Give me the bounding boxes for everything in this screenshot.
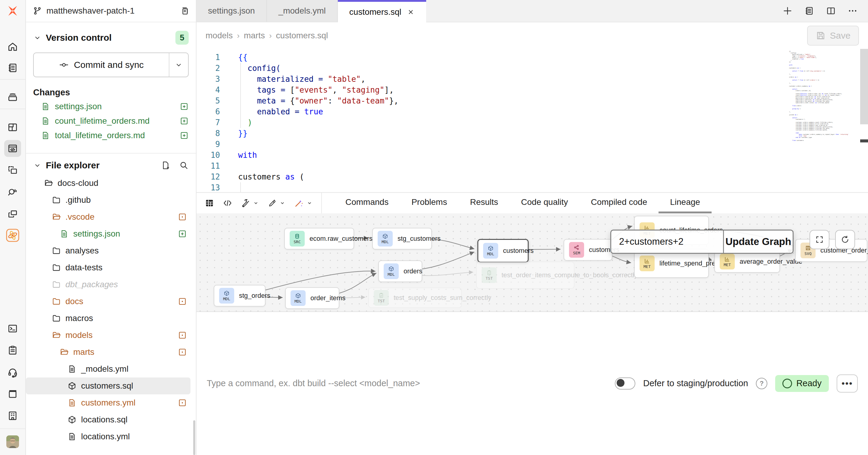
code-line-3: materialized = "table", (238, 74, 868, 84)
rail-home-icon[interactable] (4, 38, 21, 55)
branch-name[interactable]: matthewshaver-patch-1 (46, 6, 176, 16)
code-editor[interactable]: 123456789101112131415161718192021222324 … (196, 49, 868, 192)
version-control-header[interactable]: Version control 5 (26, 31, 196, 45)
rail-canvas-icon[interactable] (4, 162, 21, 179)
tab-settings.json[interactable]: settings.json (196, 0, 267, 22)
rail-insights-icon[interactable] (4, 184, 21, 201)
search-icon[interactable] (179, 161, 189, 170)
lineage-node-met-average_order_value[interactable]: METaverage_order_value (714, 250, 780, 273)
tree-item-macros[interactable]: macros (26, 310, 190, 327)
new-tab-icon[interactable] (782, 6, 793, 16)
new-file-icon[interactable] (161, 161, 170, 170)
tree-item-models[interactable]: models (26, 327, 190, 344)
lineage-node-svq-customer_order_metrics[interactable]: SVQcustomer_order_metrics (795, 239, 867, 262)
rail-building-icon[interactable] (4, 407, 21, 424)
sidebar-scrollbar[interactable] (193, 420, 195, 455)
tab-_models.yml[interactable]: _models.yml (267, 0, 338, 22)
panel-tab-problems[interactable]: Problems (400, 193, 458, 213)
defer-toggle[interactable] (615, 377, 635, 390)
tree-item-docs-cloud[interactable]: docs-cloud (26, 175, 190, 192)
rail-avatar[interactable] (4, 433, 21, 450)
lineage-node-mdl-customers[interactable]: MDLcustomers (477, 239, 529, 262)
save-button[interactable]: Save (807, 26, 859, 46)
panel-tab-code-quality[interactable]: Code quality (510, 193, 580, 213)
stage-add-icon[interactable] (180, 131, 189, 140)
rail-code-editor-icon[interactable] (4, 140, 21, 157)
editor-scrollbar[interactable] (860, 49, 868, 192)
lineage-node-mdl-stg_orders[interactable]: MDLstg_orders (214, 285, 266, 307)
rail-dbt-logo[interactable] (4, 2, 21, 19)
tree-item-data-tests[interactable]: data-tests (26, 259, 190, 276)
rail-notebook-icon[interactable] (4, 59, 21, 76)
tree-item-settings.json[interactable]: settings.json (26, 225, 190, 242)
split-editor-icon[interactable] (826, 6, 836, 16)
lineage-selector-input[interactable]: 2+customers+2 (611, 230, 724, 253)
rail-atom-icon[interactable] (4, 227, 21, 244)
code-line-8: }} (238, 128, 868, 139)
rail-windows-icon[interactable] (4, 206, 21, 223)
more-options-icon[interactable] (847, 6, 858, 16)
build-tools-menu[interactable] (241, 198, 260, 208)
lineage-canvas[interactable]: SRCecom.raw_customersMDLstg_customersMDL… (196, 213, 868, 312)
tree-item-.vscode[interactable]: .vscode (26, 208, 190, 225)
lineage-refresh-button[interactable] (835, 230, 855, 249)
lineage-fullscreen-button[interactable] (809, 230, 830, 249)
tree-item-locations.yml[interactable]: locations.yml (26, 428, 190, 445)
folder-icon (52, 297, 61, 306)
changed-file-settings.json[interactable]: settings.json (33, 99, 189, 114)
tree-item-analyses[interactable]: analyses (26, 242, 190, 259)
results-table-icon[interactable] (204, 198, 215, 208)
rail-book-icon[interactable] (4, 386, 21, 402)
tree-item-customers.yml[interactable]: customers.yml (26, 394, 190, 411)
lineage-node-tst-test_order_items_compute_to_bools_correctly[interactable]: TSTtest_order_items_compute_to_bools_cor… (476, 262, 575, 289)
ai-assist-menu[interactable] (294, 198, 313, 208)
tab-customers.sql[interactable]: customers.sql (338, 0, 426, 22)
panel-tab-results[interactable]: Results (458, 193, 509, 213)
commit-and-sync-button[interactable]: Commit and sync (34, 53, 169, 77)
code-area[interactable]: {{ config( materialized = "table", tags … (230, 49, 868, 192)
update-graph-button[interactable]: Update Graph (724, 230, 793, 253)
panel-tab-lineage[interactable]: Lineage (658, 193, 712, 213)
tree-item-dbt_packages[interactable]: dbt_packages (26, 276, 190, 293)
tree-item-customers.sql[interactable]: customers.sql (26, 377, 190, 394)
breadcrumb-marts[interactable]: marts (244, 31, 265, 40)
notebook-icon[interactable] (804, 6, 814, 16)
stage-add-icon[interactable] (180, 116, 189, 125)
format-menu[interactable] (268, 199, 286, 207)
breadcrumb-models[interactable]: models (206, 31, 233, 40)
rail-clipboard-icon[interactable] (4, 342, 21, 359)
rail-dashboard-icon[interactable] (4, 119, 21, 136)
lineage-node-src-ecom.raw_customers[interactable]: SRCecom.raw_customers (284, 228, 354, 250)
help-icon[interactable]: ? (756, 378, 767, 389)
panel-tab-commands[interactable]: Commands (334, 193, 400, 213)
lineage-node-mdl-orders[interactable]: MDLorders (378, 260, 422, 282)
file-explorer-header[interactable]: File explorer (26, 160, 196, 170)
version-control-title: Version control (46, 33, 171, 43)
panel-tab-compiled-code[interactable]: Compiled code (579, 193, 658, 213)
tree-item-docs[interactable]: docs (26, 293, 190, 310)
close-icon[interactable] (407, 8, 415, 16)
rail-terminal-icon[interactable] (4, 320, 21, 337)
changed-file-total_lifetime_orders.md[interactable]: total_lifetime_orders.md (33, 128, 189, 143)
commit-options-caret[interactable] (169, 53, 188, 77)
editor-scroll-mark (860, 139, 868, 142)
tree-item-locations.sql[interactable]: locations.sql (26, 411, 190, 428)
lineage-node-sem-customers[interactable]: SEMcustomers (564, 239, 613, 261)
rail-archive-icon[interactable] (4, 89, 21, 106)
stage-add-icon[interactable] (180, 102, 189, 111)
status-more-button[interactable]: ••• (837, 374, 858, 393)
lineage-node-mdl-stg_customers[interactable]: MDLstg_customers (372, 228, 432, 250)
code-preview-icon[interactable] (222, 198, 233, 208)
tree-item-marts[interactable]: marts (26, 344, 190, 361)
command-input[interactable]: Type a command, ex. dbt build --select <… (207, 378, 420, 388)
lineage-node-tst-test_supply_costs_sum_correctly[interactable]: TSTtest_supply_costs_sum_correctly (368, 288, 462, 308)
minimap[interactable]: {{ config( materialized = "table", tags … (789, 51, 858, 141)
tree-item-_models.yml[interactable]: _models.yml (26, 361, 190, 377)
lineage-node-mdl-order_items[interactable]: MDLorder_items (285, 287, 339, 309)
copy-icon[interactable] (180, 6, 189, 16)
tree-item-.github[interactable]: .github (26, 192, 190, 208)
editor-scrollbar-thumb[interactable] (860, 49, 868, 124)
rail-headset-icon[interactable] (4, 364, 21, 381)
breadcrumb-customers.sql[interactable]: customers.sql (276, 31, 328, 40)
changed-file-count_lifetime_orders.md[interactable]: count_lifetime_orders.md (33, 114, 189, 128)
